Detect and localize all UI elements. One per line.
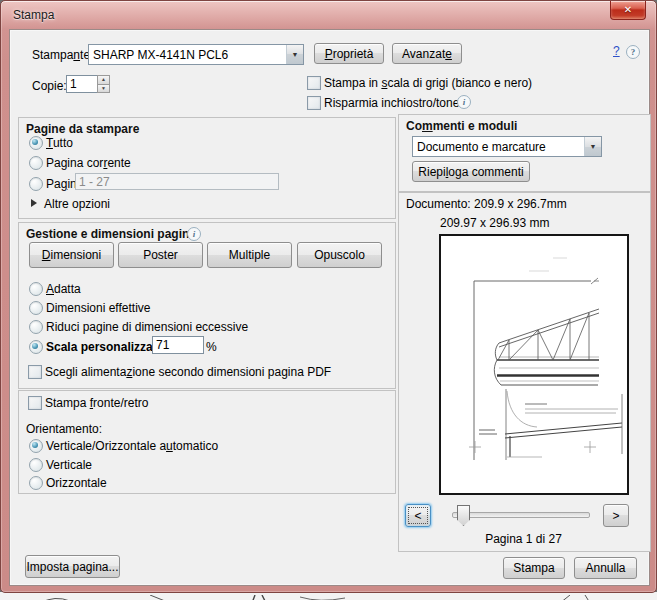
orientation-label: Orientamento: — [26, 422, 102, 436]
radio-landscape-label[interactable]: Orizzontale — [46, 476, 107, 490]
sizing-section-title: Gestione e dimensioni pagina — [26, 227, 196, 241]
radio-fit-label[interactable]: Adatta — [46, 282, 81, 296]
copies-value: 1 — [70, 77, 77, 91]
grayscale-checkbox[interactable] — [307, 76, 321, 90]
preview-page — [439, 234, 629, 495]
cancel-button[interactable]: Annulla — [574, 557, 637, 579]
radio-shrink-oversized[interactable] — [29, 320, 43, 334]
info-icon[interactable]: i — [187, 227, 201, 241]
page-setup-button[interactable]: Imposta pagina... — [25, 555, 120, 578]
paper-source-checkbox[interactable] — [28, 365, 42, 379]
radio-page-range[interactable] — [29, 177, 43, 191]
page-status: Pagina 1 di 27 — [398, 532, 649, 546]
chevron-down-icon[interactable]: ▼ — [584, 137, 601, 156]
comments-section-title: Commenti e moduli — [406, 119, 517, 133]
page-range-value: 1 - 27 — [79, 175, 110, 189]
advanced-button[interactable]: Avanzate — [392, 43, 462, 64]
document-preview-drawing — [441, 236, 627, 493]
duplex-label[interactable]: Stampa fronte/retro — [45, 396, 148, 410]
poster-mode-button[interactable]: Poster — [118, 242, 203, 268]
radio-fit[interactable] — [29, 282, 43, 296]
printer-selected-value: SHARP MX-4141N PCL6 — [89, 48, 286, 62]
spin-down-icon[interactable]: ▼ — [97, 85, 110, 94]
previous-page-button[interactable]: < — [405, 504, 431, 527]
more-options-label[interactable]: Altre opzioni — [44, 197, 110, 211]
radio-portrait-label[interactable]: Verticale — [46, 458, 92, 472]
radio-actual-size-label[interactable]: Dimensioni effettive — [46, 301, 151, 315]
radio-shrink-oversized-label[interactable]: Riduci pagine di dimensioni eccessive — [46, 320, 248, 334]
save-ink-label[interactable]: Risparmia inchiostro/toner — [324, 96, 463, 110]
save-ink-checkbox[interactable] — [307, 96, 321, 110]
dialog-body: Stampante: SHARP MX-4141N PCL6 ▼ Proprie… — [9, 29, 650, 586]
paper-source-label[interactable]: Scegli alimentazione secondo dimensioni … — [45, 365, 331, 379]
radio-landscape[interactable] — [29, 476, 43, 490]
page-slider-track[interactable] — [452, 512, 590, 518]
comments-select[interactable]: Documento e marcature ▼ — [412, 136, 602, 157]
chevron-down-icon[interactable]: ▼ — [286, 45, 303, 64]
summarize-comments-button[interactable]: Riepiloga commenti — [412, 161, 530, 182]
radio-actual-size[interactable] — [29, 301, 43, 315]
close-button[interactable]: ✕ — [610, 1, 646, 20]
properties-button[interactable]: Proprietà — [314, 43, 384, 64]
expander-arrow-icon[interactable] — [31, 199, 37, 207]
window-title: Stampa — [13, 8, 54, 22]
page-size-label: 209.97 x 296.93 mm — [440, 216, 549, 230]
copies-stepper[interactable]: ▲ ▼ — [97, 75, 110, 93]
grayscale-label[interactable]: Stampa in scala di grigi (bianco e nero) — [324, 76, 532, 90]
booklet-mode-button[interactable]: Opuscolo — [297, 242, 382, 268]
print-dialog-window: Stampa ✕ Stampante: SHARP MX-4141N PCL6 … — [0, 0, 657, 593]
custom-scale-value: 71 — [156, 338, 169, 352]
help-link[interactable]: ? — [613, 44, 620, 58]
custom-scale-input[interactable]: 71 — [152, 336, 204, 354]
radio-all-pages-label[interactable]: Tutto — [46, 136, 73, 150]
printer-label: Stampante: — [32, 48, 93, 62]
info-icon[interactable]: i — [457, 95, 471, 109]
duplex-checkbox[interactable] — [28, 396, 42, 410]
print-button[interactable]: Stampa — [503, 557, 565, 579]
radio-auto-orientation[interactable] — [29, 439, 43, 453]
next-page-button[interactable]: > — [603, 504, 629, 527]
radio-auto-orientation-label[interactable]: Verticale/Orizzontale automatico — [46, 439, 218, 453]
copies-label: Copie: — [32, 79, 67, 93]
background-drawing-fragment — [0, 595, 657, 600]
printer-select[interactable]: SHARP MX-4141N PCL6 ▼ — [88, 44, 304, 65]
help-circle-icon[interactable]: ? — [626, 45, 640, 59]
radio-current-page[interactable] — [29, 156, 43, 170]
radio-custom-scale[interactable] — [29, 340, 43, 354]
radio-custom-scale-label[interactable]: Scala personalizzata: — [46, 340, 167, 354]
spin-up-icon[interactable]: ▲ — [97, 75, 110, 85]
radio-portrait[interactable] — [29, 458, 43, 472]
comments-selected-value: Documento e marcature — [413, 140, 584, 154]
size-mode-button[interactable]: Dimensioni — [29, 242, 114, 268]
document-size-label: Documento: 209.9 x 296.7mm — [406, 197, 567, 211]
multiple-mode-button[interactable]: Multiple — [207, 242, 292, 268]
percent-label: % — [206, 340, 217, 354]
page-range-input[interactable]: 1 - 27 — [75, 173, 279, 190]
pages-section-title: Pagine da stampare — [26, 122, 139, 136]
radio-current-page-label[interactable]: Pagina corrente — [46, 156, 131, 170]
radio-all-pages[interactable] — [29, 136, 43, 150]
background-window-edge — [0, 592, 657, 600]
close-icon: ✕ — [624, 4, 632, 15]
